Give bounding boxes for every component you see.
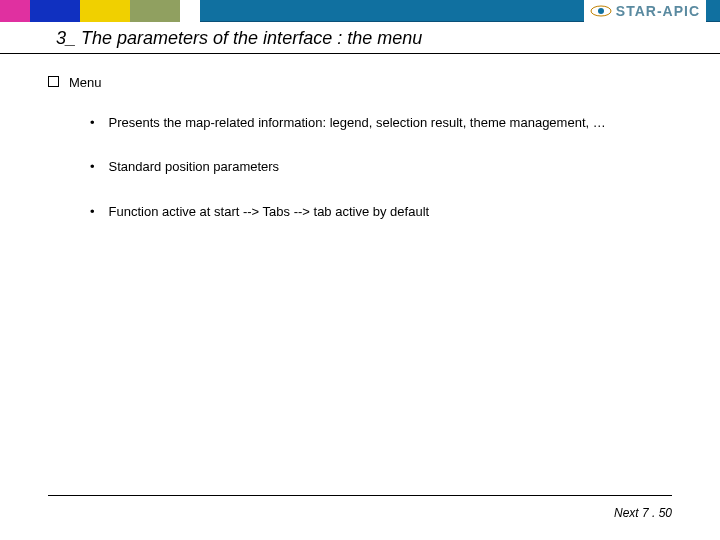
section-heading: Menu (69, 74, 102, 92)
content: Menu • Presents the map-related informat… (0, 54, 720, 221)
eye-icon (590, 4, 612, 18)
footer-text: Next 7 . 50 (614, 506, 672, 520)
dot-bullet-icon: • (90, 114, 95, 132)
list-item: • Presents the map-related information: … (90, 114, 672, 132)
title-wrap: 3_ The parameters of the interface : the… (0, 22, 720, 53)
brand-logo: STAR-APIC (584, 0, 706, 22)
footer-divider (48, 495, 672, 496)
list-item: • Standard position parameters (90, 158, 672, 176)
color-block-yellow (80, 0, 130, 22)
section-heading-row: Menu (48, 74, 672, 92)
color-block-blue (30, 0, 80, 22)
bullet-text: Standard position parameters (109, 158, 672, 176)
brand-name: STAR-APIC (616, 3, 700, 19)
color-block-olive (130, 0, 180, 22)
dot-bullet-icon: • (90, 203, 95, 221)
square-bullet-icon (48, 76, 59, 87)
color-block-white (180, 0, 200, 22)
slide: STAR-APIC 3_ The parameters of the inter… (0, 0, 720, 540)
dot-bullet-icon: • (90, 158, 95, 176)
color-block-magenta (0, 0, 30, 22)
bullet-text: Function active at start --> Tabs --> ta… (109, 203, 672, 221)
bullet-list: • Presents the map-related information: … (48, 114, 672, 221)
bullet-text: Presents the map-related information: le… (109, 114, 672, 132)
list-item: • Function active at start --> Tabs --> … (90, 203, 672, 221)
svg-point-1 (598, 8, 604, 14)
page-title: 3_ The parameters of the interface : the… (56, 28, 720, 49)
